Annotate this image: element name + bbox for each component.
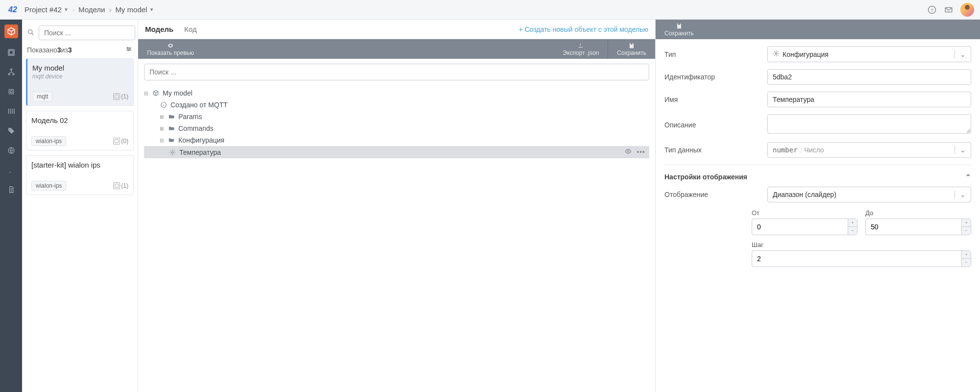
tree-label: Params [178,113,202,121]
spin-down[interactable]: − [848,227,857,235]
rail-item-box[interactable] [4,24,18,38]
svg-point-16 [628,150,630,152]
breadcrumb-project[interactable]: Project #42 ▼ [24,5,69,14]
label-display: Отображение [664,191,758,198]
save-button[interactable]: Сохранить [656,20,703,39]
breadcrumb-project-label: Project #42 [24,5,62,14]
rail-item-device[interactable] [6,86,17,97]
mail-icon[interactable] [944,5,954,15]
export-button[interactable]: Экспорт .json [554,39,608,59]
svg-text:?: ? [931,7,933,12]
more-icon[interactable]: ••• [637,148,645,156]
breadcrumb: Project #42 ▼ · Модели › My model ▼ [24,5,154,14]
spin-up[interactable]: + [848,219,857,227]
dtype-select[interactable]: number : Число ⌄ [767,142,971,158]
breadcrumb-models[interactable]: Модели [78,5,105,14]
card-title: Модель 02 [31,116,128,124]
create-object-link[interactable]: + Создать новый объект с этой моделью [519,25,648,33]
type-value: Конфигурация [783,50,829,58]
type-select[interactable]: Конфигурация ⌄ [767,46,971,62]
save-button[interactable]: Сохранить [608,39,655,59]
rail-item-globe[interactable] [6,145,17,156]
spin-down[interactable]: − [962,259,971,267]
model-card[interactable]: My model mqtt device mqtt (1) [26,58,134,106]
rail-item-screen[interactable] [6,47,17,58]
right-panel: Сохранить Тип Конфигурация ⌄ [656,20,980,392]
label-desc: Описание [664,121,758,129]
info-icon [160,101,168,109]
rail-item-tree[interactable] [6,67,17,77]
chevron-down-icon: ⌄ [955,191,966,198]
objects-icon [113,182,120,189]
card-count: (0) [113,138,128,145]
rail-item-tag[interactable] [6,125,17,136]
section-display-settings[interactable]: Настройки отображения ⌃ [664,173,971,181]
objects-icon [113,93,120,100]
spin-up[interactable]: + [962,219,971,227]
logo[interactable]: 42 [6,3,20,17]
status-mid: из [61,46,68,54]
display-select[interactable]: Диапазон (слайдер) ⌄ [767,187,971,202]
avatar[interactable] [960,3,974,17]
tab-code[interactable]: Код [184,20,197,38]
tree-node[interactable]: ⊞ Params [144,111,649,122]
svg-point-15 [172,151,173,153]
breadcrumb-current[interactable]: My model ▼ [115,5,154,14]
to-input[interactable] [865,219,961,235]
chevron-down-icon: ⌄ [955,146,966,154]
name-input[interactable] [767,92,971,107]
rail-item-doc[interactable] [6,184,17,195]
spin-down[interactable]: − [962,227,971,235]
model-card[interactable]: [starter-kit] wialon ips wialon-ips (1) [26,155,134,195]
tree-node[interactable]: ⊞ Commands [144,122,649,134]
card-tag: mqtt [32,92,52,101]
chevron-right-icon: › [109,5,111,14]
tree-node[interactable]: ⊟ Конфигурация [144,134,649,146]
rail-item-table[interactable] [6,106,17,117]
id-input[interactable] [767,69,971,85]
tree-node[interactable]: Создано от MQTT [144,99,649,111]
label-from: От [752,209,845,217]
card-count-value: (0) [121,138,128,145]
svg-point-13 [128,50,129,51]
expand-icon[interactable]: ⊞ [160,114,165,120]
status-a: 3 [57,46,61,54]
from-input[interactable] [752,219,848,235]
folder-open-icon [168,136,175,144]
preview-button[interactable]: Показать превью [138,39,203,59]
step-input[interactable] [752,250,961,267]
svg-rect-4 [9,50,13,54]
gear-icon [169,148,176,156]
divider [664,165,971,165]
desc-textarea[interactable] [767,114,971,134]
collapse-icon[interactable]: ⊟ [160,138,165,143]
expand-icon[interactable]: ⊞ [160,126,165,131]
tabs: Модель Код [145,20,197,38]
tree-node-selected[interactable]: Температура ••• [144,146,649,158]
card-count-value: (1) [121,182,128,189]
label-step: Шаг [752,241,845,248]
list-status: Показано 3 из 3 [22,45,138,58]
display-value: Диапазон (слайдер) [773,191,836,198]
svg-point-5 [10,69,12,70]
help-icon[interactable]: ? [927,5,937,15]
card-tag: wialon-ips [31,136,66,146]
tree-root[interactable]: ⊟ My model [144,87,649,99]
tree-label: Конфигурация [178,136,224,144]
rail-item-rocket[interactable] [6,165,17,175]
tree-search-input[interactable] [144,64,649,80]
save-label: Сохранить [617,49,646,56]
search-input[interactable] [39,25,135,40]
gear-icon [773,50,780,58]
card-count: (1) [113,93,128,100]
model-card[interactable]: Модель 02 wialon-ips (0) [26,111,134,150]
settings-icon[interactable] [125,45,133,54]
tab-model[interactable]: Модель [145,20,173,38]
collapse-icon[interactable]: ⊟ [144,91,149,96]
card-tag: wialon-ips [31,181,66,191]
status-prefix: Показано [27,46,57,54]
label-name: Имя [664,96,758,103]
eye-icon[interactable] [625,148,632,156]
spin-up[interactable]: + [962,251,971,259]
chevron-up-icon[interactable]: ⌃ [965,173,971,181]
